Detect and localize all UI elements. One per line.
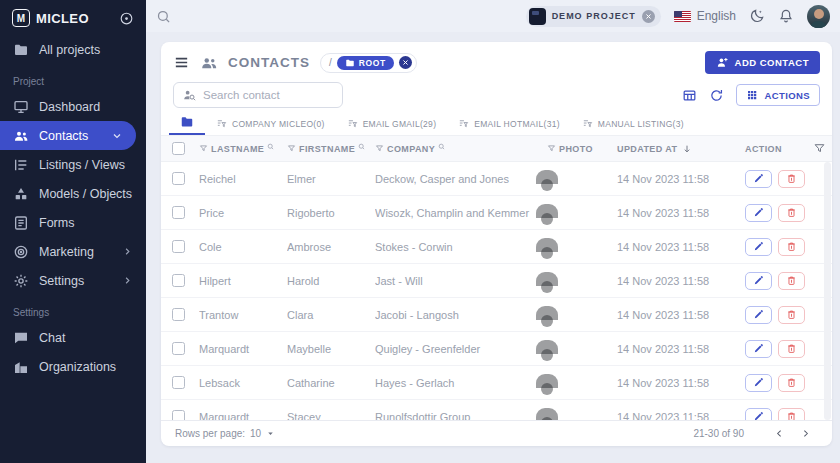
table-view-icon[interactable] — [682, 88, 697, 103]
actions-button[interactable]: ACTIONS — [736, 84, 820, 106]
row-checkbox[interactable] — [172, 308, 185, 321]
edit-button[interactable] — [745, 306, 772, 324]
column-label: PHOTO — [559, 144, 593, 154]
table-row[interactable]: Lebsack Catharine Hayes - Gerlach 14 Nov… — [161, 366, 832, 400]
row-checkbox[interactable] — [172, 410, 185, 420]
row-checkbox[interactable] — [172, 172, 185, 185]
cell-firstname: Ambrose — [287, 241, 375, 253]
delete-button[interactable] — [778, 340, 805, 358]
user-avatar[interactable] — [807, 5, 830, 28]
dark-mode-moon-icon[interactable] — [749, 8, 765, 24]
notifications-bell-icon[interactable] — [778, 8, 794, 24]
tab-label: EMAIL HOTMAIL(31) — [474, 119, 560, 129]
project-badge[interactable]: DEMO PROJECT — [526, 6, 661, 27]
sidebar-item-chat[interactable]: Chat — [0, 323, 146, 352]
project-close-icon[interactable] — [642, 10, 655, 23]
sidebar-item-listings-views[interactable]: Listings / Views — [0, 150, 146, 179]
column-header-company[interactable]: COMPANY — [375, 144, 547, 154]
row-checkbox[interactable] — [172, 206, 185, 219]
select-all-checkbox[interactable] — [172, 142, 185, 155]
delete-button[interactable] — [778, 170, 805, 188]
cell-updated-at: 14 Nov 2023 11:58 — [617, 343, 745, 355]
sidebar-item-dashboard[interactable]: Dashboard — [0, 92, 146, 121]
chevron-right-icon — [800, 428, 811, 439]
edit-button[interactable] — [745, 204, 772, 222]
row-checkbox[interactable] — [172, 274, 185, 287]
cell-firstname: Maybelle — [287, 343, 375, 355]
edit-button[interactable] — [745, 238, 772, 256]
tab-item[interactable]: COMPANY MICLEO(0) — [205, 115, 336, 135]
delete-button[interactable] — [778, 238, 805, 256]
sidebar-item-models-objects[interactable]: Models / Objects — [0, 179, 146, 208]
row-checkbox[interactable] — [172, 342, 185, 355]
tab-root-folder[interactable] — [169, 112, 205, 135]
table-row[interactable]: Marquardt Stacey Runolfsdottir Group 14 … — [161, 400, 832, 420]
edit-button[interactable] — [745, 340, 772, 358]
prev-page-button[interactable] — [766, 424, 792, 444]
pencil-icon — [753, 241, 764, 252]
cell-firstname: Harold — [287, 275, 375, 287]
logo: M MICLEO — [0, 0, 146, 35]
delete-button[interactable] — [778, 272, 805, 290]
sidebar-item-contacts[interactable]: Contacts — [0, 121, 136, 150]
column-header-firstname[interactable]: FIRSTNAME — [287, 144, 375, 154]
delete-button[interactable] — [778, 374, 805, 392]
sidebar-section-project: Project — [0, 64, 146, 92]
sidebar-item-organizations[interactable]: Organizations — [0, 352, 146, 381]
column-header-photo[interactable]: PHOTO — [547, 144, 617, 154]
cell-company: Wisozk, Champlin and Kemmer — [375, 207, 547, 219]
column-header-updated-at[interactable]: UPDATED AT — [617, 144, 745, 154]
table-header: LASTNAME FIRSTNAME COMPANY PHOTO UPDATED… — [161, 135, 832, 162]
sidebar-item-all-projects[interactable]: All projects — [0, 35, 146, 64]
next-page-button[interactable] — [792, 424, 818, 444]
delete-button[interactable] — [778, 204, 805, 222]
sidebar-collapse-icon[interactable] — [119, 11, 134, 26]
cell-firstname: Rigoberto — [287, 207, 375, 219]
edit-button[interactable] — [745, 374, 772, 392]
delete-button[interactable] — [778, 306, 805, 324]
marketing-disc-icon — [13, 244, 29, 260]
table-row[interactable]: Marquardt Maybelle Quigley - Greenfelder… — [161, 332, 832, 366]
column-header-lastname[interactable]: LASTNAME — [199, 144, 287, 154]
column-label: UPDATED AT — [617, 144, 677, 154]
contact-search-input[interactable] — [203, 89, 334, 101]
caret-down-icon — [266, 429, 275, 438]
language-selector[interactable]: English — [674, 9, 736, 23]
actions-label: ACTIONS — [764, 90, 810, 101]
delete-button[interactable] — [778, 408, 805, 421]
edit-button[interactable] — [745, 170, 772, 188]
edit-button[interactable] — [745, 408, 772, 421]
breadcrumb-root-chip[interactable]: ROOT — [337, 56, 394, 70]
funnel-icon — [199, 144, 208, 153]
trash-icon — [786, 275, 797, 286]
cell-updated-at: 14 Nov 2023 11:58 — [617, 411, 745, 421]
table-filter-funnel-icon[interactable] — [813, 142, 826, 155]
menu-hamburger-icon[interactable] — [173, 54, 190, 71]
sidebar-item-settings[interactable]: Settings — [0, 266, 146, 295]
table-row[interactable]: Cole Ambrose Stokes - Corwin 14 Nov 2023… — [161, 230, 832, 264]
tab-item[interactable]: EMAIL HOTMAIL(31) — [447, 115, 571, 135]
global-search-icon[interactable] — [156, 9, 171, 24]
tab-item[interactable]: EMAIL GMAIL(29) — [336, 115, 448, 135]
table-row[interactable]: Reichel Elmer Deckow, Casper and Jones 1… — [161, 162, 832, 196]
tab-item[interactable]: MANUAL LISTING(3) — [571, 115, 695, 135]
vertical-scrollbar[interactable] — [824, 162, 831, 420]
table-row[interactable]: Trantow Clara Jacobi - Langosh 14 Nov 20… — [161, 298, 832, 332]
row-checkbox[interactable] — [172, 240, 185, 253]
edit-button[interactable] — [745, 272, 772, 290]
sidebar: M MICLEO All projects Project Dashboard … — [0, 0, 146, 463]
sidebar-item-marketing[interactable]: Marketing — [0, 237, 146, 266]
sidebar-item-forms[interactable]: Forms — [0, 208, 146, 237]
add-contact-button[interactable]: ADD CONTACT — [705, 51, 820, 74]
project-badge-label: DEMO PROJECT — [552, 11, 636, 21]
cell-firstname: Elmer — [287, 173, 375, 185]
row-checkbox[interactable] — [172, 376, 185, 389]
table-row[interactable]: Hilpert Harold Jast - Will 14 Nov 2023 1… — [161, 264, 832, 298]
refresh-icon[interactable] — [709, 88, 724, 103]
breadcrumb-clear-icon[interactable] — [399, 56, 412, 69]
contacts-title-icon — [200, 54, 218, 72]
trash-icon — [786, 377, 797, 388]
rows-per-page-select[interactable]: Rows per page: 10 — [175, 428, 275, 439]
table-row[interactable]: Price Rigoberto Wisozk, Champlin and Kem… — [161, 196, 832, 230]
pencil-icon — [753, 207, 764, 218]
